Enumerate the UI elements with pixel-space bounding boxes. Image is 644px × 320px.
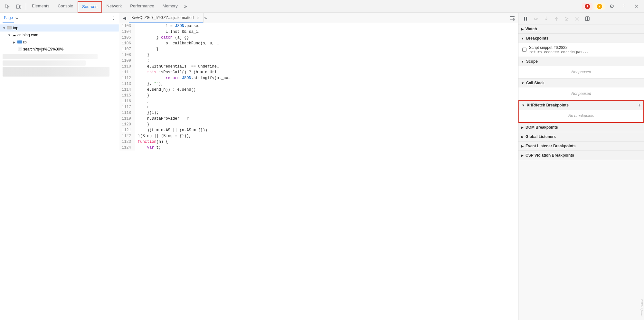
line-code-1112: return JSON.stringify(o._ca… xyxy=(135,75,518,81)
left-panel-menu-btn[interactable]: ⋮ xyxy=(111,15,116,21)
blurred-row-1 xyxy=(3,54,98,59)
code-line-1123: 1123 function(n) { xyxy=(119,139,518,145)
tab-performance[interactable]: Performance xyxy=(126,0,158,13)
settings-btn[interactable]: ⚙ xyxy=(607,1,617,12)
line-num-1116: 1116 xyxy=(119,98,135,104)
left-panel: Page » ⋮ ▼ top ▼ ☁ cn.bing.c xyxy=(0,13,119,320)
line-code-1105: } catch (a) {} xyxy=(135,35,518,41)
step-over-btn[interactable] xyxy=(531,14,540,23)
code-panel: ◀ KwVQLZSc7_5YGZZ...r.js:formatted ✕ » {… xyxy=(119,13,518,320)
tab-sources[interactable]: Sources xyxy=(78,1,102,13)
code-line-1104: 1104 l.Inst && sa_i… xyxy=(119,29,518,35)
warning-badge[interactable]: 2 xyxy=(594,3,605,10)
code-tab-close-btn[interactable]: ✕ xyxy=(195,15,201,20)
tree-item-top[interactable]: ▼ top xyxy=(0,24,119,32)
code-line-1113: 1113 }, ""), xyxy=(119,81,518,87)
xhr-content: No breakpoints xyxy=(519,110,643,122)
line-code-1122: }(Bing || (Bing = {})), xyxy=(135,133,518,139)
code-line-1112: 1112 return JSON.stringify(o._ca… xyxy=(119,75,518,81)
scope-section-header[interactable]: ▼ Scope xyxy=(518,57,644,66)
event-listener-header[interactable]: ▶ Event Listener Breakpoints xyxy=(518,142,644,151)
watch-section-header[interactable]: ▶ Watch xyxy=(518,24,644,33)
step-into-btn[interactable] xyxy=(542,14,551,23)
watch-label: Watch xyxy=(526,27,537,31)
step-out-btn[interactable] xyxy=(552,14,561,23)
left-panel-header: Page » ⋮ xyxy=(0,13,119,23)
tab-memory[interactable]: Memory xyxy=(159,0,182,13)
event-label: Event Listener Breakpoints xyxy=(526,144,575,148)
scope-section: ▼ Scope Not paused xyxy=(518,57,644,78)
dom-breakpoints-section: ▶ DOM Breakpoints xyxy=(518,123,644,132)
more-tabs-btn[interactable]: » xyxy=(182,0,189,13)
xhr-section-header[interactable]: ▼ XHR/fetch Breakpoints + xyxy=(519,101,643,110)
line-code-1123: function(n) { xyxy=(135,139,518,145)
warning-count: 2 xyxy=(597,4,602,9)
watch-arrow: ▶ xyxy=(521,27,524,31)
page-tab[interactable]: Page xyxy=(3,13,14,23)
tab-nav-left[interactable]: ◀ xyxy=(120,14,128,22)
line-code-1103: l = JSON.parse… xyxy=(135,23,518,29)
dom-breakpoints-header[interactable]: ▶ DOM Breakpoints xyxy=(518,123,644,132)
cursor-icon-btn[interactable] xyxy=(3,1,13,12)
line-num-1120: 1120 xyxy=(119,122,135,127)
code-tab-more-btn[interactable]: » xyxy=(204,15,207,21)
breakpoints-label: Breakpoints xyxy=(526,36,548,41)
code-line-1116: 1116 , xyxy=(119,98,518,104)
tree-item-cnbing[interactable]: ▼ ☁ cn.bing.com xyxy=(0,32,119,39)
step-btn[interactable] xyxy=(562,14,571,23)
code-line-1103: 1103 l = JSON.parse… xyxy=(119,23,518,29)
tree-item-search[interactable]: search?q=js%E9%80% xyxy=(0,46,119,53)
main-layout: Page » ⋮ ▼ top ▼ ☁ cn.bing.c xyxy=(0,13,644,320)
pause-resume-btn[interactable] xyxy=(521,14,530,23)
xhr-no-breakpoints: No breakpoints xyxy=(519,111,643,121)
svg-rect-3 xyxy=(7,26,9,27)
file-icon-search xyxy=(18,47,22,52)
svg-text:{}: {} xyxy=(513,18,515,21)
line-num-1112: 1112 xyxy=(119,75,135,81)
tab-elements[interactable]: Elements xyxy=(28,0,53,13)
watermark: CSDN @user xyxy=(640,299,643,317)
xhr-section-wrapper: ▼ XHR/fetch Breakpoints + No breakpoints xyxy=(518,100,644,123)
line-code-1118: }(i); xyxy=(135,110,518,116)
call-stack-header[interactable]: ▼ Call Stack xyxy=(518,78,644,87)
close-devtools-btn[interactable]: ✕ xyxy=(631,1,641,12)
error-badge[interactable]: 1 xyxy=(582,3,592,10)
svg-rect-15 xyxy=(526,17,527,21)
line-code-1111: this.isPostCall() ? (h = n.Uti… xyxy=(135,69,518,75)
csp-section-header[interactable]: ▶ CSP Violation Breakpoints xyxy=(518,151,644,160)
format-code-btn[interactable]: {} xyxy=(508,14,517,23)
line-code-1113: }, ""), xyxy=(135,81,518,87)
global-listeners-section: ▶ Global Listeners xyxy=(518,132,644,142)
code-line-1110: 1110 e.withCredentials !== undefine… xyxy=(119,64,518,69)
code-line-1106: 1106 o._callbackFunc(s, u, … xyxy=(119,41,518,46)
line-num-1124: 1124 xyxy=(119,145,135,151)
scope-content: Not paused xyxy=(518,66,644,78)
tree-label-search: search?q=js%E9%80% xyxy=(23,47,63,51)
blurred-row-2 xyxy=(3,60,86,66)
scope-arrow: ▼ xyxy=(521,60,524,63)
pause-on-exception-btn[interactable] xyxy=(583,14,592,23)
left-panel-more-btn[interactable]: » xyxy=(15,15,18,21)
xhr-arrow: ▼ xyxy=(522,104,525,107)
more-options-btn[interactable]: ⋮ xyxy=(619,1,629,12)
call-stack-section: ▼ Call Stack Not paused xyxy=(518,78,644,100)
breakpoints-section-header[interactable]: ▼ Breakpoints xyxy=(518,34,644,43)
code-tab-label: KwVQLZSc7_5YGZZ...r.js:formatted xyxy=(131,15,194,20)
deactivate-breakpoints-btn[interactable] xyxy=(573,14,582,23)
tab-console[interactable]: Console xyxy=(54,0,77,13)
device-toolbar-btn[interactable] xyxy=(14,1,24,12)
xhr-add-btn[interactable]: + xyxy=(638,103,641,108)
breakpoints-arrow: ▼ xyxy=(521,37,524,40)
code-body[interactable]: 1103 l = JSON.parse… 1104 l.Inst && sa_i… xyxy=(119,23,518,320)
breakpoints-content: Script snippet #6:2822 return eeeeeee.en… xyxy=(518,43,644,57)
dom-label: DOM Breakpoints xyxy=(526,125,558,130)
active-code-tab[interactable]: KwVQLZSc7_5YGZZ...r.js:formatted ✕ xyxy=(129,13,204,23)
global-listeners-header[interactable]: ▶ Global Listeners xyxy=(518,132,644,141)
line-code-1120: } xyxy=(135,122,518,127)
svg-rect-14 xyxy=(524,17,525,21)
tab-network[interactable]: Network xyxy=(103,0,126,13)
breakpoint-checkbox-1[interactable] xyxy=(522,48,526,52)
line-num-1108: 1108 xyxy=(119,52,135,58)
tree-item-rp[interactable]: ▶ rp xyxy=(0,39,119,46)
line-num-1118: 1118 xyxy=(119,110,135,116)
